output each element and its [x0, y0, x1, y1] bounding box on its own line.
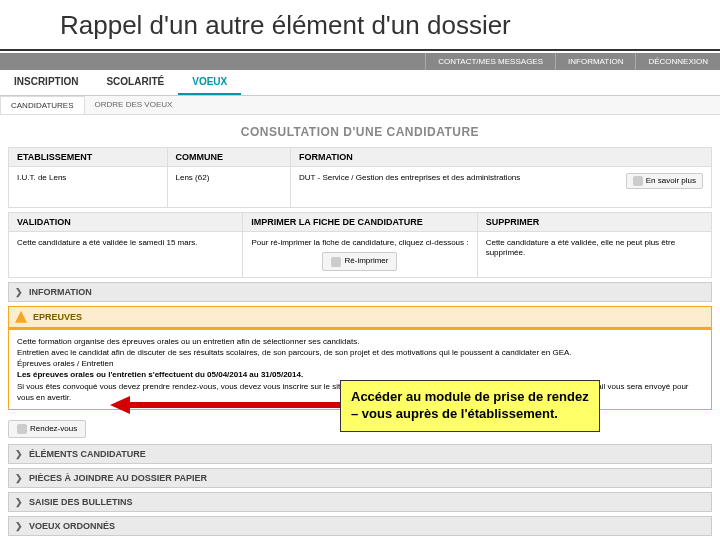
slide-title: Rappel d'un autre élément d'un dossier — [0, 0, 720, 49]
col-commune-value: Lens (62) — [168, 167, 291, 207]
section-elements-label: ÉLÉMENTS CANDIDATURE — [29, 449, 146, 459]
rendez-vous-button[interactable]: Rendez-vous — [8, 420, 86, 438]
sub-nav: CANDIDATURES ORDRE DES VOEUX — [0, 96, 720, 115]
section-pieces-label: PIÈCES À JOINDRE AU DOSSIER PAPIER — [29, 473, 207, 483]
section-information[interactable]: ❯ INFORMATION — [8, 282, 712, 302]
reimprimer-button[interactable]: Ré-imprimer — [322, 252, 397, 270]
nav-logout[interactable]: DÉCONNEXION — [635, 53, 720, 70]
arrow-line — [128, 402, 340, 408]
section-voeux-label: VOEUX ORDONNÉS — [29, 521, 115, 531]
col-commune-header: COMMUNE — [168, 148, 291, 167]
info-icon — [633, 176, 643, 186]
epreuves-line2: Entretien avec le candidat afin de discu… — [17, 347, 703, 358]
main-nav: INSCRIPTION SCOLARITÉ VOEUX — [0, 70, 720, 96]
chevron-right-icon: ❯ — [15, 449, 23, 459]
section-elements-candidature[interactable]: ❯ ÉLÉMENTS CANDIDATURE — [8, 444, 712, 464]
section-saisie-bulletins[interactable]: ❯ SAISIE DES BULLETINS — [8, 492, 712, 512]
top-bar: CONTACT/MES MESSAGES INFORMATION DÉCONNE… — [0, 53, 720, 70]
calendar-icon — [17, 424, 27, 434]
epreuves-line1: Cette formation organise des épreuves or… — [17, 336, 703, 347]
col-formation-value: DUT - Service / Gestion des entreprises … — [299, 173, 520, 182]
reimprimer-label: Ré-imprimer — [344, 256, 388, 266]
chevron-right-icon: ❯ — [15, 287, 23, 297]
col-supprimer-header: SUPPRIMER — [478, 213, 711, 232]
annotation-arrow — [110, 398, 340, 412]
chevron-right-icon: ❯ — [15, 473, 23, 483]
col-etablissement-value: I.U.T. de Lens — [9, 167, 167, 207]
subtab-candidatures[interactable]: CANDIDATURES — [0, 96, 85, 114]
subtab-ordre-voeux[interactable]: ORDRE DES VOEUX — [85, 96, 183, 114]
col-imprimer-text: Pour ré-imprimer la fiche de candidature… — [251, 238, 468, 248]
tab-scolarite[interactable]: SCOLARITÉ — [92, 70, 178, 95]
annotation-callout: Accéder au module de prise de rendez – v… — [340, 380, 600, 432]
epreuves-line3: Épreuves orales / Entretien — [17, 358, 703, 369]
chevron-right-icon: ❯ — [15, 521, 23, 531]
arrow-head-icon — [110, 396, 130, 414]
title-underline — [0, 49, 720, 51]
rendez-vous-label: Rendez-vous — [30, 424, 77, 433]
nav-information[interactable]: INFORMATION — [555, 53, 635, 70]
section-information-label: INFORMATION — [29, 287, 92, 297]
page-heading: CONSULTATION D'UNE CANDIDATURE — [0, 115, 720, 147]
epreuves-line4: Les épreuves orales ou l'entretien s'eff… — [17, 369, 703, 380]
en-savoir-plus-button[interactable]: En savoir plus — [626, 173, 703, 189]
col-supprimer-value: Cette candidature a été validée, elle ne… — [478, 232, 711, 272]
col-etablissement-header: ETABLISSEMENT — [9, 148, 167, 167]
col-validation-header: VALIDATION — [9, 213, 242, 232]
section-epreuves[interactable]: EPREUVES — [8, 306, 712, 328]
tab-voeux[interactable]: VOEUX — [178, 70, 241, 95]
section-voeux-ordonnes[interactable]: ❯ VOEUX ORDONNÉS — [8, 516, 712, 536]
tab-inscription[interactable]: INSCRIPTION — [0, 70, 92, 95]
section-pieces-joindre[interactable]: ❯ PIÈCES À JOINDRE AU DOSSIER PAPIER — [8, 468, 712, 488]
col-validation-value: Cette candidature a été validée le samed… — [9, 232, 242, 272]
chevron-right-icon: ❯ — [15, 497, 23, 507]
nav-contact[interactable]: CONTACT/MES MESSAGES — [425, 53, 555, 70]
formation-row: ETABLISSEMENT I.U.T. de Lens COMMUNE Len… — [8, 147, 712, 208]
print-icon — [331, 257, 341, 267]
section-epreuves-label: EPREUVES — [33, 312, 82, 322]
col-formation-header: FORMATION — [291, 148, 711, 167]
warning-icon — [15, 311, 27, 323]
section-bulletins-label: SAISIE DES BULLETINS — [29, 497, 133, 507]
col-imprimer-header: IMPRIMER LA FICHE DE CANDIDATURE — [243, 213, 476, 232]
en-savoir-plus-label: En savoir plus — [646, 176, 696, 186]
actions-row: VALIDATION Cette candidature a été valid… — [8, 212, 712, 278]
